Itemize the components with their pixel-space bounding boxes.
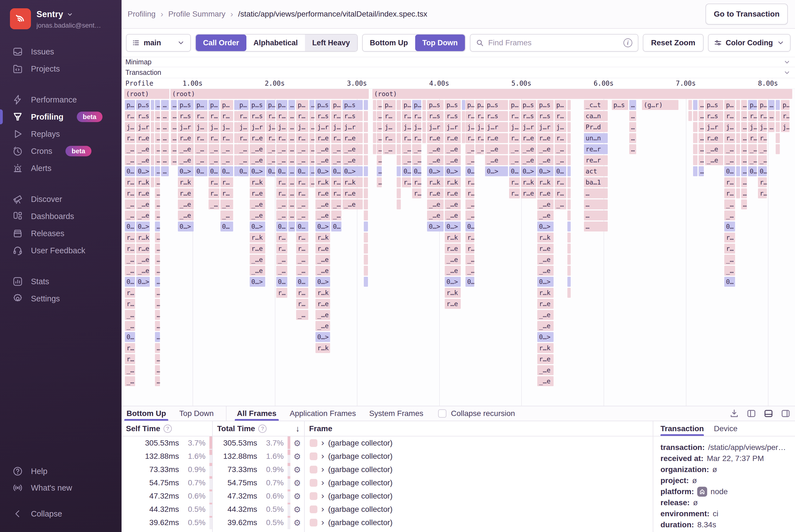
- flame-frame[interactable]: r…: [296, 232, 308, 243]
- flame-frame[interactable]: …: [155, 343, 160, 353]
- flame-frame[interactable]: 0…: [238, 166, 248, 176]
- flame-frame[interactable]: …: [377, 155, 382, 165]
- flame-frame[interactable]: …: [155, 321, 160, 331]
- flame-frame[interactable]: …: [288, 133, 295, 143]
- flame-frame[interactable]: _…e: [342, 155, 363, 165]
- flame-frame[interactable]: r…k: [250, 232, 265, 243]
- flamegraph-canvas[interactable]: (root)(root)(root)p…r…j…r…_…_…0…r…r…_…_……: [121, 89, 795, 406]
- flame-frame[interactable]: 0…: [296, 166, 308, 176]
- flame-frame[interactable]: r…e: [705, 133, 723, 143]
- flame-frame[interactable]: _…: [238, 144, 248, 154]
- flame-frame[interactable]: 0…>: [250, 277, 265, 287]
- flame-frame[interactable]: …: [699, 133, 704, 143]
- flame-frame[interactable]: r…: [276, 111, 287, 121]
- flame-frame[interactable]: p…: [331, 100, 341, 110]
- flame-frame[interactable]: r…k: [136, 232, 150, 243]
- flame-frame[interactable]: 0…>: [316, 222, 330, 231]
- flame-frame[interactable]: [234, 144, 238, 154]
- flame-frame[interactable]: [462, 100, 465, 110]
- flame-frame[interactable]: j…: [402, 122, 411, 132]
- flame-frame[interactable]: [693, 133, 698, 143]
- flame-frame[interactable]: …: [155, 288, 160, 298]
- flame-frame[interactable]: r…: [209, 188, 219, 198]
- flame-frame[interactable]: _…e: [485, 155, 508, 165]
- flame-frame[interactable]: r…s: [521, 111, 536, 121]
- flame-frame[interactable]: …: [309, 144, 314, 154]
- tab-top-down[interactable]: Top Down: [178, 406, 215, 421]
- flame-frame[interactable]: …: [699, 111, 704, 121]
- flame-frame[interactable]: …: [161, 100, 169, 110]
- flame-frame[interactable]: 0…>: [445, 277, 461, 287]
- flame-frame[interactable]: r…: [296, 244, 308, 253]
- flame-frame[interactable]: …: [584, 200, 608, 209]
- flame-frame[interactable]: p…: [466, 100, 474, 110]
- flame-frame[interactable]: r…k: [250, 177, 265, 187]
- flame-frame[interactable]: r…: [296, 111, 308, 121]
- flame-frame[interactable]: p…s: [612, 100, 628, 110]
- flame-frame[interactable]: j…: [276, 122, 287, 132]
- total-time-row[interactable]: 54.75ms0.7%⚙: [213, 476, 304, 490]
- sidebar-item-dashboards[interactable]: Dashboards: [0, 208, 121, 225]
- flame-frame[interactable]: 0…>: [316, 332, 330, 342]
- chevron-down-icon[interactable]: [783, 59, 791, 66]
- flame-frame[interactable]: j…r: [316, 122, 330, 132]
- flame-frame[interactable]: j…r: [705, 122, 723, 132]
- frame-row[interactable]: ›(garbage collector): [305, 516, 653, 529]
- flame-frame[interactable]: j…r: [521, 122, 536, 132]
- self-time-row[interactable]: 73.33ms0.9%: [121, 463, 212, 476]
- flame-frame[interactable]: …: [699, 144, 704, 154]
- flame-frame[interactable]: r…: [509, 188, 519, 198]
- flame-frame[interactable]: …: [309, 111, 314, 121]
- flame-frame[interactable]: …: [377, 133, 382, 143]
- flame-frame[interactable]: r…: [125, 177, 135, 187]
- flame-frame[interactable]: [397, 133, 401, 143]
- flame-frame[interactable]: 0…: [125, 166, 135, 176]
- flame-frame[interactable]: r…: [555, 133, 566, 143]
- flame-frame[interactable]: [364, 210, 368, 221]
- flame-frame[interactable]: _…: [758, 144, 767, 154]
- flame-frame[interactable]: [373, 111, 376, 121]
- flame-frame[interactable]: r…: [221, 133, 233, 143]
- flame-frame[interactable]: [364, 266, 368, 276]
- flame-frame[interactable]: _…e: [136, 266, 150, 276]
- flame-frame[interactable]: …: [309, 155, 314, 165]
- flame-frame[interactable]: _…e: [316, 255, 330, 265]
- flame-frame[interactable]: [776, 111, 780, 121]
- flame-frame[interactable]: p…s: [427, 100, 443, 110]
- flame-frame[interactable]: r…k: [537, 288, 553, 298]
- flame-frame[interactable]: 0…: [125, 332, 135, 342]
- flame-frame[interactable]: …: [309, 166, 314, 176]
- chevron-right-icon[interactable]: ›: [321, 464, 324, 473]
- find-frames-input[interactable]: [488, 38, 619, 47]
- flame-frame[interactable]: re…r: [584, 144, 608, 154]
- flame-frame[interactable]: 0…: [276, 277, 287, 287]
- flame-frame[interactable]: [364, 277, 368, 287]
- flame-frame[interactable]: …: [377, 177, 382, 187]
- flame-frame[interactable]: [736, 133, 740, 143]
- sort-option-left-heavy[interactable]: Left Heavy: [305, 35, 357, 51]
- flame-frame[interactable]: p…: [209, 100, 219, 110]
- flame-frame[interactable]: p…: [383, 100, 395, 110]
- flame-frame[interactable]: r…k: [316, 177, 330, 187]
- flame-frame[interactable]: 0…>: [485, 166, 508, 176]
- flame-frame[interactable]: _…e: [445, 155, 461, 165]
- flame-frame[interactable]: _…: [221, 144, 233, 154]
- flame-frame[interactable]: [567, 144, 571, 154]
- flame-frame[interactable]: r…: [276, 177, 287, 187]
- flame-frame[interactable]: …: [629, 111, 636, 121]
- flame-frame[interactable]: _…e: [705, 144, 723, 154]
- flame-frame[interactable]: _…: [276, 255, 287, 265]
- flame-frame[interactable]: …: [699, 100, 704, 110]
- flame-frame[interactable]: r…k: [316, 232, 330, 243]
- total-time-row[interactable]: 132.88ms1.6%⚙: [213, 450, 304, 463]
- flame-frame[interactable]: p…s: [136, 100, 150, 110]
- flame-frame[interactable]: _…: [331, 155, 341, 165]
- flame-frame[interactable]: _…: [209, 155, 219, 165]
- flame-frame[interactable]: r…s: [705, 111, 723, 121]
- sidebar-item-discover[interactable]: Discover: [0, 191, 121, 208]
- flame-frame[interactable]: r…: [412, 133, 421, 143]
- flame-frame[interactable]: act: [584, 166, 608, 176]
- flame-frame[interactable]: …: [309, 133, 314, 143]
- flame-frame[interactable]: r…: [466, 188, 474, 198]
- flame-frame[interactable]: 0…>: [521, 166, 536, 176]
